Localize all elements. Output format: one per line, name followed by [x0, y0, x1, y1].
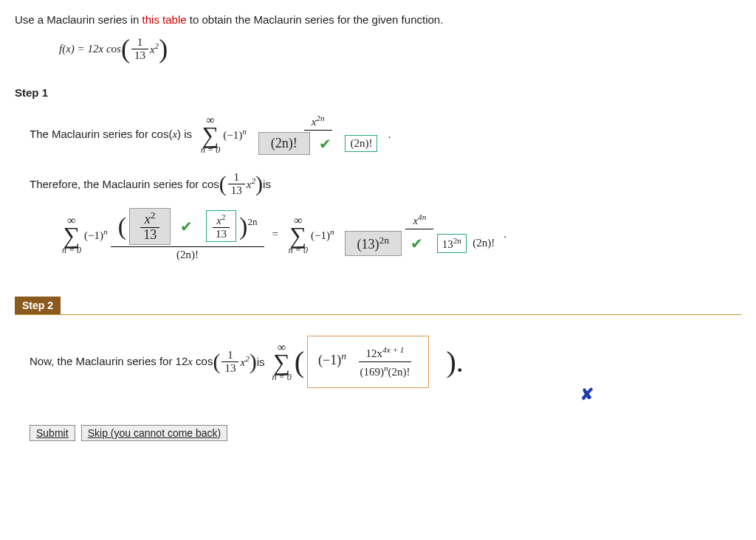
- check-icon: ✔: [319, 136, 331, 152]
- function-definition: f(x) = 12x cos ( 1 13 x2 ): [59, 33, 741, 64]
- button-row: Submit Skip (you cannot come back): [30, 425, 741, 441]
- step2-pre: Now, the Maclaurin series for 12x cos: [30, 355, 213, 368]
- close-paren: ).: [447, 345, 464, 379]
- question-prompt: Use a Maclaurin series in this table to …: [15, 13, 741, 26]
- check-icon: ✔: [410, 235, 423, 252]
- period: .: [388, 128, 391, 141]
- step2-label: Step 2: [15, 297, 61, 314]
- correct-answer-3: 132n: [437, 234, 467, 253]
- prompt-post: to obtain the Maclaurin series for the g…: [190, 13, 444, 26]
- frac-block-3: x4n (13)2n ✔ 132n (2n)!: [337, 211, 503, 257]
- sigma-3: ∞ ∑ n = 0: [289, 215, 308, 255]
- paren-right: ): [159, 33, 168, 64]
- step1-therefore: Therefore, the Maclaurin series for cos …: [30, 171, 741, 196]
- correct-answer-2: x213: [206, 210, 236, 242]
- sigma-1: ∞ ∑ n = 0: [201, 114, 220, 154]
- answer-box-3[interactable]: (13)2n: [345, 231, 402, 256]
- submit-button[interactable]: Submit: [30, 425, 75, 441]
- sigma-4: ∞ ∑ n = 0: [272, 342, 292, 381]
- answer-box-1[interactable]: (2n)!: [258, 132, 310, 155]
- step1-big-eq: ∞ ∑ n = 0 (−1)n ( x213 ✔ x213 )2n (2n)! …: [59, 207, 741, 263]
- frac-x2n-ans: x2n (2n)! ✔ (2n)!: [251, 112, 385, 156]
- frac-block-2: ( x213 ✔ x213 )2n (2n)!: [111, 207, 265, 263]
- answer-box-4[interactable]: (−1)n 12x4x + 1 (169)n(2n)!: [307, 336, 429, 388]
- paren-left: (: [121, 33, 130, 64]
- cross-icon: ✘: [580, 385, 594, 404]
- skip-button[interactable]: Skip (you cannot come back): [81, 425, 228, 441]
- correct-answer-1: (2n)!: [345, 135, 377, 152]
- step1-label: Step 1: [15, 86, 741, 99]
- check-icon: ✔: [180, 218, 193, 235]
- this-table-link[interactable]: this table: [142, 13, 187, 26]
- answer-box-2[interactable]: x213: [129, 208, 171, 245]
- x-squared: x2: [150, 41, 159, 56]
- prompt-pre: Use a Maclaurin series in: [15, 13, 142, 26]
- sigma-2: ∞ ∑ n = 0: [62, 215, 81, 255]
- frac-1-13: 1 13: [131, 36, 148, 61]
- step2-line: Now, the Maclaurin series for 12x cos ( …: [30, 336, 741, 388]
- step1-line1: The Maclaurin series for cos(x) is ∞ ∑ n…: [30, 112, 741, 156]
- step2-bar: Step 2: [15, 297, 741, 315]
- line1-text: The Maclaurin series for cos(x) is: [30, 128, 192, 141]
- func-lhs: f(x) = 12x cos: [59, 43, 121, 55]
- neg1n: (−1)n: [223, 127, 247, 142]
